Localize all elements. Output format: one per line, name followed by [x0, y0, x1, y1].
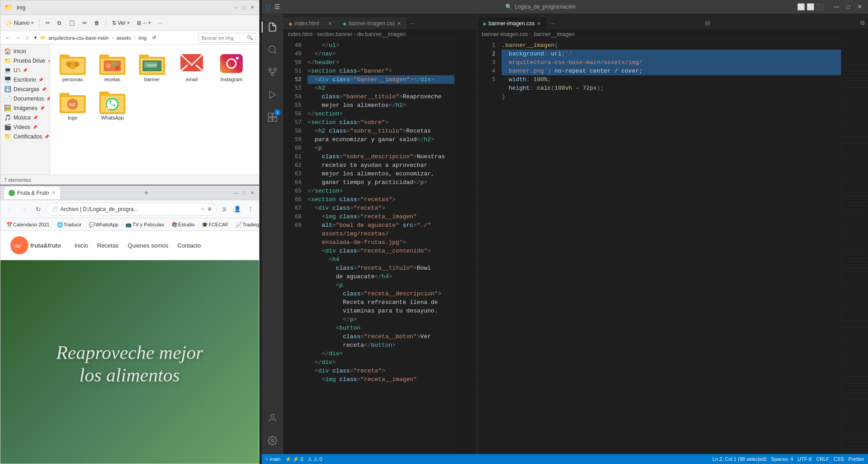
split-editor-btn[interactable]: ⊟: [702, 17, 714, 29]
new-button[interactable]: ✨ Nuevo ▾: [3, 18, 36, 28]
sidebar-item-downloads[interactable]: ⬇️ Descargas 📌: [0, 84, 50, 94]
status-language[interactable]: CSS: [834, 456, 844, 462]
status-spaces[interactable]: Spaces: 4: [771, 456, 793, 462]
search-input[interactable]: [202, 35, 247, 41]
git-activity-btn[interactable]: [262, 61, 283, 83]
sort-button[interactable]: ⇅ Ver ▾: [109, 18, 132, 28]
tab-more-btn-left[interactable]: ···: [406, 17, 419, 29]
menu-contacto[interactable]: Contacto: [177, 242, 201, 249]
sidebar-item-certs[interactable]: 📁 Certificados 📌: [0, 132, 50, 141]
layout-icon3[interactable]: ⬛: [816, 3, 824, 10]
close-icon[interactable]: ✕: [249, 190, 255, 196]
breadcrumb-img[interactable]: img: [136, 34, 149, 41]
sidebar-item-desktop[interactable]: 🖥️ Escritorio 📌: [0, 75, 50, 84]
tab-banner-css-right[interactable]: ◆ banner-imagen.css ✕: [477, 17, 546, 29]
tab-more-btn-right[interactable]: ···: [546, 17, 559, 29]
explorer-btn[interactable]: [262, 16, 283, 38]
menu-recetas[interactable]: Recetas: [97, 242, 119, 249]
extensions-btn[interactable]: ⧖: [218, 203, 230, 215]
search-activity-btn[interactable]: [262, 39, 283, 60]
sidebar-item-inicio[interactable]: 🏠 Inicio: [0, 46, 50, 56]
sidebar-item-u[interactable]: 💻 U:\ 📌: [0, 65, 50, 75]
layout-icon2[interactable]: ⬜: [807, 3, 814, 10]
restore-icon[interactable]: □: [241, 190, 247, 196]
close-btn[interactable]: ✕: [249, 5, 255, 11]
breadcrumb-css-file[interactable]: banner-imagen.css: [482, 31, 528, 37]
tab-close-banner-left[interactable]: ✕: [397, 21, 401, 27]
reload-btn[interactable]: ↻: [32, 203, 45, 216]
bookmark-calendario[interactable]: 📅 Calendario 2021: [4, 221, 52, 228]
settings-btn[interactable]: ⋮: [245, 203, 256, 215]
minimize-btn[interactable]: ─: [233, 5, 239, 11]
bookmark-traducir[interactable]: 🌐 Traducir: [55, 221, 84, 228]
folder-banner[interactable]: banner banner: [134, 49, 170, 84]
nav-up[interactable]: ↑: [24, 34, 31, 41]
status-eol[interactable]: CRLF: [816, 456, 829, 462]
folder-instagram[interactable]: Instagram: [213, 49, 249, 84]
status-encoding[interactable]: UTF-8: [798, 456, 812, 462]
rename-button[interactable]: ✏: [80, 18, 90, 28]
sidebar-item-music[interactable]: 🎵 Música 📌: [0, 113, 50, 122]
nav-forward[interactable]: →: [14, 34, 23, 41]
folder-personas[interactable]: personas: [55, 49, 91, 84]
sidebar-item-videos[interactable]: 🎬 Vídeos 📌: [0, 122, 50, 132]
profile-btn[interactable]: 👤: [231, 203, 243, 215]
folder-logo[interactable]: f&f logo: [55, 87, 91, 122]
breadcrumb-file[interactable]: index.html: [288, 31, 313, 37]
sidebar-item-documents[interactable]: 📄 Documentos 📌: [0, 94, 50, 103]
breadcrumb-root[interactable]: arquitectura-css-base-main: [46, 34, 111, 41]
folder-email[interactable]: email: [174, 49, 210, 84]
copy-button[interactable]: ⧉: [55, 18, 64, 28]
delete-button[interactable]: 🗑: [92, 18, 102, 28]
sidebar-item-prueba[interactable]: 📁 Prueba Drive 📌: [0, 56, 50, 65]
restore-vsc[interactable]: □: [844, 4, 853, 10]
nav-recent[interactable]: ▾: [32, 34, 39, 41]
tab-close-btn[interactable]: ✕: [51, 190, 55, 196]
maximize-btn[interactable]: □: [241, 5, 247, 11]
hamburger-menu[interactable]: ☰: [274, 3, 280, 10]
menu-quienes[interactable]: Quienes somos: [128, 242, 168, 249]
bookmark-whatsapp[interactable]: 💬 WhatsApp: [87, 221, 121, 228]
url-bar[interactable]: 📄 Archivo | D:/Logica_de_progra... ☆ ⊕: [46, 203, 217, 216]
nav-back[interactable]: ←: [3, 34, 13, 41]
breadcrumb-css-selector[interactable]: .banner__imagen: [532, 31, 574, 37]
breadcrumb-div[interactable]: div.banner__imagen: [357, 31, 406, 37]
sidebar-item-images[interactable]: 🖼️ Imágenes 📌: [0, 103, 50, 113]
tab-close-index[interactable]: ✕: [328, 21, 332, 27]
minimize-icon[interactable]: —: [233, 190, 239, 196]
breadcrumb-section[interactable]: section.banner: [317, 31, 353, 37]
bookmark-tv[interactable]: 📺 TV y Películas: [123, 221, 166, 228]
close-vsc[interactable]: ✕: [855, 4, 864, 10]
bookmark-fcecaf[interactable]: 🎓 FCECAF: [199, 221, 231, 228]
tab-close-banner-right[interactable]: ✕: [537, 21, 541, 27]
status-git[interactable]: ⑂ main: [265, 456, 281, 462]
folder-whatsapp[interactable]: WhatsApp: [94, 87, 130, 122]
forward-btn[interactable]: →: [18, 203, 30, 216]
extensions-activity-btn[interactable]: 1: [262, 106, 283, 128]
back-btn[interactable]: ←: [3, 203, 16, 216]
view-button[interactable]: ⊞ ··· ▾: [134, 18, 153, 28]
status-position[interactable]: Ln 2, Col 1 (98 selected): [712, 456, 766, 462]
status-formatter[interactable]: Prettier: [849, 456, 864, 462]
minimize-vsc[interactable]: —: [832, 4, 841, 10]
more-button[interactable]: ···: [155, 18, 165, 28]
refresh-btn[interactable]: ↺: [150, 34, 158, 41]
settings-activity-btn[interactable]: [262, 430, 283, 451]
browser-tab-active[interactable]: Fruta & Fruto ✕: [4, 187, 60, 199]
paste-button[interactable]: 📋: [66, 18, 78, 28]
tab-banner-css-left[interactable]: ◆ banner-imagen.css ✕: [337, 17, 406, 29]
editor-layout-btn[interactable]: ⧉: [857, 17, 868, 29]
tab-index-html[interactable]: ◆ index.html ✕: [283, 17, 337, 29]
status-warnings[interactable]: ⚠ ⚠ 0: [308, 456, 322, 462]
layout-icon1[interactable]: ⬜: [797, 3, 805, 10]
status-errors[interactable]: ⚡ ⚡ 0: [285, 456, 303, 462]
breadcrumb-assets[interactable]: assets: [114, 34, 133, 41]
folder-recetas[interactable]: recetas: [94, 49, 130, 84]
menu-inicio[interactable]: Inicio: [74, 242, 88, 249]
accounts-btn[interactable]: [262, 407, 283, 429]
debug-activity-btn[interactable]: [262, 84, 283, 106]
bookmark-estudio[interactable]: 📚 Estudio: [169, 221, 197, 228]
bookmark-trading[interactable]: 📈 Trading: [233, 221, 259, 228]
cut-button[interactable]: ✂: [43, 18, 53, 28]
new-tab-btn[interactable]: +: [140, 187, 152, 199]
